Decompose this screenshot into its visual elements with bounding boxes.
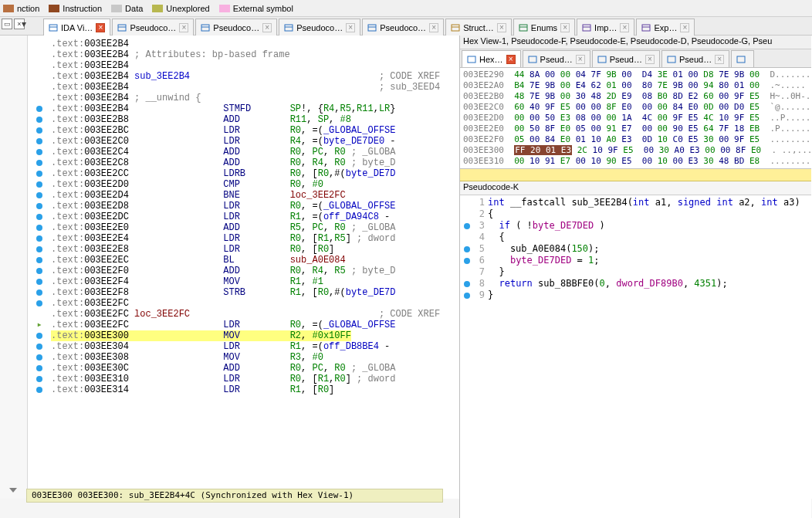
tab-imp[interactable]: Imp…× [577, 19, 634, 36]
pcode-line[interactable]: 6 byte_DE7DED = 1; [460, 255, 811, 266]
gutter [28, 114, 51, 125]
gutter [28, 49, 51, 60]
gutter [28, 60, 51, 71]
hex-row[interactable]: 003EE2C0 60 40 9F E5 00 00 8F E0 00 00 8… [463, 102, 808, 113]
hex-row[interactable]: 003EE310 00 10 91 E7 00 10 90 E5 00 10 0… [463, 156, 808, 167]
tab-close-icon[interactable]: × [645, 55, 655, 64]
tab-enums[interactable]: Enums× [513, 19, 575, 36]
hex-row[interactable]: 003EE2E0 00 50 8F E0 05 00 91 E7 00 00 9… [463, 124, 808, 134]
svg-rect-19 [529, 56, 536, 63]
tab-close-icon[interactable]: × [620, 23, 629, 32]
gutter [28, 190, 51, 201]
tab-struct[interactable]: Struct…× [445, 19, 512, 36]
gutter [460, 243, 474, 255]
gutter [28, 136, 51, 147]
tab-pseudoco[interactable]: Pseudoco…× [112, 19, 194, 36]
tab-close-icon[interactable]: × [497, 23, 506, 32]
tab-close-icon[interactable]: × [262, 23, 272, 32]
line-number: 1 [474, 197, 488, 208]
pin-icon[interactable]: ▭ [2, 19, 12, 29]
pcode-line[interactable]: 7 } [460, 266, 811, 278]
hex-view[interactable]: 003EE290 44 8A 00 00 04 7F 9B 00 D4 3E 0… [460, 68, 811, 169]
tab-pseudoco[interactable]: Pseudoco…× [362, 19, 444, 36]
gutter [460, 266, 474, 278]
hex-row[interactable]: 003EE2A0 B4 7E 9B 00 E4 62 01 00 80 7E 9… [463, 80, 808, 91]
tab-icon [597, 55, 607, 64]
gutter [28, 244, 51, 255]
tab-close-icon[interactable]: × [346, 23, 355, 32]
svg-rect-18 [468, 56, 475, 63]
tab-close-icon[interactable]: × [429, 23, 438, 32]
svg-rect-6 [285, 25, 293, 31]
tab-icon [467, 55, 476, 64]
hex-row[interactable]: 003EE290 44 8A 00 00 04 7F 9B 00 D4 3E 0… [463, 69, 808, 80]
tab-label: Pseud… [679, 55, 712, 64]
tab-close-icon[interactable]: × [680, 23, 689, 32]
tab-close-icon[interactable]: × [506, 55, 516, 64]
tab-label: Pseudoco… [130, 23, 176, 32]
right-tab[interactable] [731, 50, 754, 67]
pcode-line[interactable]: 9} [460, 289, 811, 301]
svg-rect-21 [668, 56, 675, 63]
svg-rect-0 [49, 25, 57, 31]
tab-close-icon[interactable]: × [179, 23, 188, 32]
tab-label: Imp… [594, 23, 617, 32]
tab-icon [201, 23, 210, 32]
tab-icon [117, 23, 127, 32]
tab-close-icon[interactable]: × [96, 23, 105, 32]
pcode-line[interactable]: 3 if ( !byte_DE7DED ) [460, 220, 811, 232]
gutter [28, 287, 51, 298]
pcode-line[interactable]: 1int __fastcall sub_3EE2B4(int a1, signe… [460, 197, 811, 208]
tab-ida vi[interactable]: IDA Vi…× [43, 19, 110, 36]
legend-label: Unexplored [166, 4, 209, 13]
pcode-line[interactable]: 8 return sub_8BBFE0(0, dword_DF89B0, 435… [460, 278, 811, 289]
tab-close-icon[interactable]: × [715, 55, 724, 64]
pseudocode-view[interactable]: 1int __fastcall sub_3EE2B4(int a1, signe… [460, 195, 811, 303]
gutter [28, 222, 51, 233]
gutter [460, 220, 474, 232]
tab-close-icon[interactable]: × [560, 23, 570, 32]
tab-pseudoco[interactable]: Pseudoco…× [195, 19, 277, 36]
gutter [460, 197, 474, 208]
pseudocode-header: Pseudocode-K [460, 181, 811, 195]
right-tab[interactable]: Pseud…× [523, 50, 590, 67]
hex-row[interactable]: 003EE2B0 48 7E 9B 00 30 48 2D E9 08 B0 8… [463, 91, 808, 102]
gutter [28, 39, 51, 49]
pcode-line[interactable]: 2{ [460, 208, 811, 220]
collapse-icon[interactable] [9, 488, 17, 493]
right-tabs-header: Hex View-1, Pseudocode-F, Pseudocode-E, … [460, 36, 811, 49]
gutter [460, 278, 474, 289]
tab-close-icon[interactable]: × [576, 55, 585, 64]
svg-rect-16 [642, 25, 650, 31]
tab-label: Exp… [654, 23, 677, 32]
line-number: 6 [474, 255, 488, 266]
right-pane: Hex View-1, Pseudocode-F, Pseudocode-E, … [459, 36, 811, 518]
tab-icon [49, 23, 58, 32]
hex-row[interactable]: 003EE300 FF 20 01 E3 2C 10 9F E5 00 30 A… [463, 145, 808, 156]
gutter [460, 232, 474, 243]
right-tab[interactable]: Pseud…× [592, 50, 660, 67]
tab-exp[interactable]: Exp…× [636, 19, 695, 36]
svg-rect-4 [201, 25, 209, 31]
gutter [28, 276, 51, 287]
pcode-line[interactable]: 5 sub_A0E084(150); [460, 243, 811, 255]
legend-swatch [152, 5, 163, 12]
right-tab[interactable]: Pseud…× [661, 50, 729, 67]
tab-pseudoco[interactable]: Pseudoco…× [279, 19, 360, 36]
tab-label: Pseud… [610, 55, 642, 64]
hex-row[interactable]: 003EE2D0 00 00 50 E3 08 00 00 1A 4C 00 9… [463, 113, 808, 124]
svg-rect-12 [519, 25, 527, 31]
pcode-line[interactable]: 4 { [460, 232, 811, 243]
svg-rect-10 [452, 25, 459, 31]
svg-rect-2 [118, 25, 126, 31]
gutter: ▸ [28, 320, 51, 330]
line-number: 9 [474, 289, 488, 301]
gutter [28, 147, 51, 157]
right-tab-bar: Hex…×Pseud…×Pseud…×Pseud…× [460, 49, 811, 68]
gutter [28, 374, 51, 384]
hex-row[interactable]: 003EE2F0 05 00 84 E0 01 10 A0 E3 0D 10 C… [463, 134, 808, 145]
legend-swatch [219, 5, 230, 12]
dropdown-icon[interactable]: ▾ [22, 19, 32, 29]
gutter [28, 71, 51, 82]
right-tab[interactable]: Hex…× [462, 50, 521, 67]
